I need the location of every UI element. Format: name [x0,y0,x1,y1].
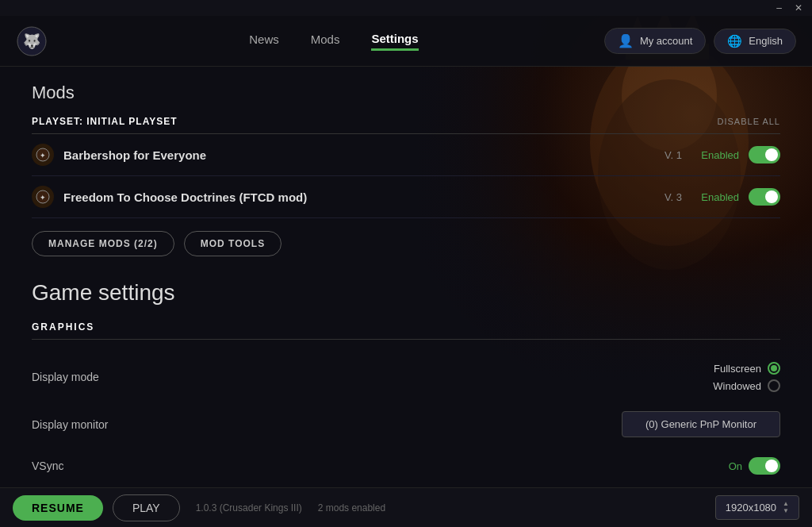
fullscreen-label: Fullscreen [714,363,761,375]
mod-name-2: Freedom To Choose Doctrines (FTCD mod) [63,190,633,204]
account-icon: 👤 [618,33,634,48]
playset-header: PLAYSET: INITIAL PLAYSET DISABLE ALL [32,116,780,134]
disable-all-button[interactable]: DISABLE ALL [718,117,781,126]
playset-label: PLAYSET: INITIAL PLAYSET [32,116,178,127]
resume-button[interactable]: RESUME [13,495,103,521]
display-mode-label: Display mode [32,371,713,383]
globe-icon: 🌐 [727,34,742,48]
mods-title: Mods [32,83,780,103]
mod-name-1: Barbershop for Everyone [63,148,633,162]
windowed-option[interactable]: Windowed [713,379,780,392]
mod-version-1: V. 1 [642,149,682,161]
nav-settings[interactable]: Settings [371,32,418,51]
display-monitor-row: Display monitor (0) Generic PnP Monitor [32,402,780,447]
mod-toggle-1[interactable] [749,146,780,163]
manage-mods-button[interactable]: MANAGE MODS (2/2) [32,231,174,256]
mod-toggle-2[interactable] [749,188,780,206]
windowed-label: Windowed [713,380,761,392]
mod-tools-button[interactable]: MOD TOOLS [184,231,282,256]
mod-actions: MANAGE MODS (2/2) MOD TOOLS [32,231,780,256]
play-button[interactable]: PLAY [113,494,180,521]
svg-text:✦: ✦ [40,152,46,160]
windowed-radio[interactable] [768,379,780,392]
language-button[interactable]: 🌐 English [714,29,796,54]
logo[interactable]: 🐺 [16,25,48,57]
graphics-label: GRAPHICS [32,321,780,340]
resolution-arrows: ▲ ▼ [783,501,789,514]
mod-status-2: Enabled [691,191,739,203]
resolution-dropdown[interactable]: 1920x1080 ▲ ▼ [715,495,799,520]
account-label: My account [640,35,692,47]
svg-text:✦: ✦ [40,194,46,202]
lang-label: English [749,35,783,47]
mod-row-2: ✦ Freedom To Choose Doctrines (FTCD mod)… [32,176,780,218]
bottom-bar: RESUME PLAY 1.0.3 (Crusader Kings III) 2… [0,487,812,527]
vsync-label: VSync [32,460,729,472]
vsync-controls: On [729,457,780,475]
mod-version-2: V. 3 [642,191,682,203]
vsync-status: On [729,460,742,472]
fullscreen-option[interactable]: Fullscreen [714,362,780,375]
display-mode-controls: Fullscreen Windowed [713,362,780,392]
display-monitor-label: Display monitor [32,418,622,431]
mods-section: Mods PLAYSET: INITIAL PLAYSET DISABLE AL… [32,83,780,256]
game-settings-title: Game settings [32,280,780,306]
nav-mods[interactable]: Mods [311,33,340,49]
header-right: 👤 My account 🌐 English [604,28,796,54]
version-info: 1.0.3 (Crusader Kings III) [196,502,302,514]
mods-enabled-info: 2 mods enabled [318,502,385,514]
game-settings-section: Game settings GRAPHICS Display mode Full… [32,280,780,485]
display-monitor-dropdown[interactable]: (0) Generic PnP Monitor [622,411,780,437]
main-content: Mods PLAYSET: INITIAL PLAYSET DISABLE AL… [0,67,812,487]
main-nav: News Mods Settings [63,32,604,51]
fullscreen-radio[interactable] [768,362,780,375]
nav-news[interactable]: News [249,33,279,49]
mod-icon-1: ✦ [32,144,54,166]
display-mode-row: Display mode Fullscreen Windowed [32,352,780,402]
vsync-toggle[interactable] [749,457,780,475]
mod-status-1: Enabled [691,149,739,161]
header: 🐺 News Mods Settings 👤 My account 🌐 Engl… [0,16,812,67]
resolution-value: 1920x1080 [726,502,776,514]
mod-row: ✦ Barbershop for Everyone V. 1 Enabled [32,134,780,176]
mod-icon-2: ✦ [32,186,54,208]
vsync-row: VSync On [32,447,780,485]
close-button[interactable]: ✕ [791,2,806,13]
my-account-button[interactable]: 👤 My account [604,28,706,54]
svg-text:🐺: 🐺 [23,33,41,50]
minimize-button[interactable]: – [773,2,785,13]
